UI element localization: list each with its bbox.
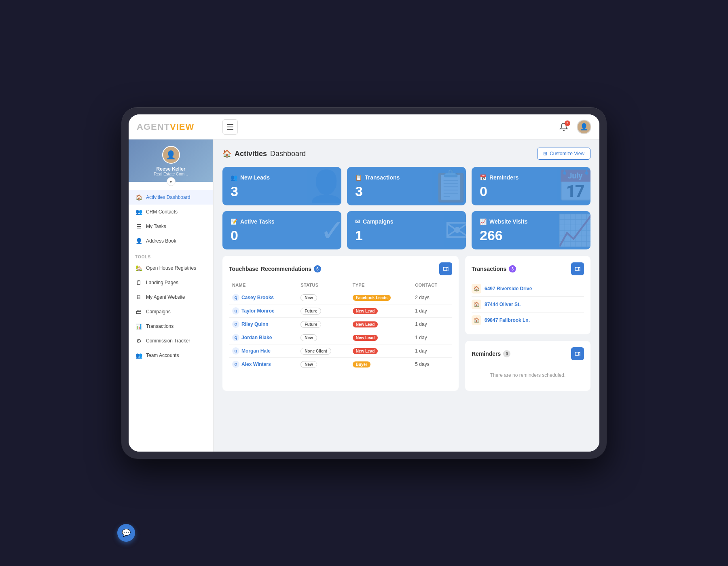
sidebar-item-campaigns[interactable]: 🗃 Campaigns <box>129 304 213 319</box>
notification-button[interactable]: 9 <box>557 120 571 134</box>
contact-time-cell: 1 day <box>412 331 452 344</box>
stat-card-header: ✉ Campaigns <box>355 218 458 225</box>
table-row: Q Jordan Blake New New Lead 1 day <box>229 331 452 344</box>
device-frame: AGENT VIEW 9 👤 <box>121 107 607 459</box>
svg-rect-4 <box>575 352 579 355</box>
stat-label: Reminders <box>489 174 518 181</box>
open-house-icon: 🏡 <box>135 264 142 272</box>
sidebar-item-label: Open House Registries <box>146 265 196 271</box>
transactions-header: Transactions 3 <box>472 262 584 275</box>
stat-bg-icon: 📅 <box>557 169 590 204</box>
page-title-bold: Activities <box>235 150 267 158</box>
contact-link[interactable]: Q Jordan Blake <box>232 334 294 341</box>
type-badge: New Lead <box>353 335 378 341</box>
contact-time-cell: 1 day <box>412 304 452 318</box>
reminders-view-button[interactable] <box>571 347 584 360</box>
notification-badge: 9 <box>565 120 570 126</box>
logo-agent-text: AGENT <box>137 122 170 132</box>
reminders-title: Reminders <box>472 351 501 357</box>
user-avatar-top[interactable]: 👤 <box>577 120 591 134</box>
stat-card-reminders[interactable]: 📅 Reminders 0 📅 <box>472 167 590 205</box>
svg-marker-1 <box>447 267 448 270</box>
stat-value: 0 <box>231 228 333 242</box>
stat-label: Campaigns <box>363 218 393 225</box>
stat-bg-icon: 📋 <box>432 169 466 204</box>
type-badge: New Lead <box>353 321 378 327</box>
stat-label: Website Visits <box>489 218 527 225</box>
type-cell: New Lead <box>349 318 412 331</box>
sidebar-item-open-house[interactable]: 🏡 Open House Registries <box>129 261 213 275</box>
page-title-light: Dashboard <box>270 150 306 158</box>
contact-link[interactable]: Q Riley Quinn <box>232 321 294 328</box>
transaction-item[interactable]: 🏠 69847 Fallbrook Ln. <box>472 312 584 328</box>
sidebar-item-agent-website[interactable]: 🖥 My Agent Website <box>129 290 213 304</box>
customize-label: Customize View <box>550 151 584 156</box>
transaction-address: 69847 Fallbrook Ln. <box>485 317 530 323</box>
contact-link[interactable]: Q Morgan Hale <box>232 347 294 355</box>
transaction-item[interactable]: 🏠 87444 Oliver St. <box>472 296 584 312</box>
touchbase-panel: Touchbase Recommendations 6 <box>222 256 459 391</box>
stat-card-website-visits[interactable]: 📈 Website Visits 266 📈 <box>472 211 590 249</box>
sidebar-item-label: My Agent Website <box>146 294 185 300</box>
stat-card-transactions[interactable]: 📋 Transactions 3 📋 <box>347 167 466 205</box>
customize-view-button[interactable]: ⊞ Customize View <box>537 148 590 160</box>
contact-q-icon: Q <box>232 294 239 301</box>
transactions-list: 🏠 6497 Riverside Drive 🏠 87444 Oliver St… <box>472 281 584 328</box>
contact-time-cell: 5 days <box>412 358 452 371</box>
status-cell: New <box>297 331 349 344</box>
top-bar: AGENT VIEW 9 👤 <box>129 114 599 139</box>
stat-card-new-leads[interactable]: 👥 New Leads 3 👤 <box>222 167 341 205</box>
expand-button[interactable]: ▼ <box>167 177 176 186</box>
svg-rect-0 <box>443 267 447 270</box>
sidebar-item-label: CRM Contacts <box>146 209 178 215</box>
sidebar-item-my-tasks[interactable]: ☰ My Tasks <box>129 219 213 234</box>
status-badge: None Client <box>301 348 331 355</box>
table-row: Q Riley Quinn Future New Lead 1 day <box>229 318 452 331</box>
contact-link[interactable]: Q Alex Winters <box>232 361 294 368</box>
sidebar-item-landing-pages[interactable]: 🗒 Landing Pages <box>129 275 213 290</box>
stat-bg-icon: 👤 <box>307 169 341 204</box>
status-badge: Future <box>301 321 321 328</box>
transactions-view-button[interactable] <box>571 262 584 275</box>
table-row: Q Casey Brooks New Facebook Leads 2 days <box>229 291 452 304</box>
type-cell: Facebook Leads <box>349 291 412 304</box>
table-row: Q Taylor Monroe Future New Lead 1 day <box>229 304 452 318</box>
transaction-icon: 🏠 <box>472 300 481 309</box>
hamburger-button[interactable] <box>222 119 238 135</box>
transactions-title-area: Transactions 3 <box>472 265 516 272</box>
stat-card-campaigns[interactable]: ✉ Campaigns 1 ✉ <box>347 211 466 249</box>
stats-grid: 👥 New Leads 3 👤 📋 Transactions 3 📋 <box>222 167 590 249</box>
chat-fab-button[interactable]: 💬 <box>117 524 135 542</box>
status-cell: New <box>297 358 349 371</box>
reminders-header: Reminders 0 <box>472 347 584 360</box>
sidebar-item-crm-contacts[interactable]: 👥 CRM Contacts <box>129 205 213 219</box>
status-badge: New <box>301 334 317 341</box>
transactions-title: Transactions <box>472 266 506 272</box>
type-badge: New Lead <box>353 348 378 354</box>
contact-time-cell: 1 day <box>412 344 452 358</box>
contact-link[interactable]: Q Casey Brooks <box>232 294 294 301</box>
user-banner: 👤 Reese Keller Real Estate Com... ▼ <box>129 139 213 182</box>
type-badge: New Lead <box>353 308 378 314</box>
stat-value: 1 <box>355 228 458 242</box>
touchbase-view-button[interactable] <box>439 262 452 275</box>
sidebar-item-label: Commission Tracker <box>146 338 190 344</box>
sidebar-item-commission-tracker[interactable]: ⚙ Commission Tracker <box>129 334 213 348</box>
contact-time-cell: 2 days <box>412 291 452 304</box>
bottom-grid: Touchbase Recommendations 6 <box>222 256 590 391</box>
status-cell: Future <box>297 304 349 318</box>
video-icon <box>575 351 580 357</box>
table-row: Q Morgan Hale None Client New Lead 1 day <box>229 344 452 358</box>
contact-link[interactable]: Q Taylor Monroe <box>232 307 294 315</box>
sidebar-item-transactions[interactable]: 📊 Transactions <box>129 319 213 334</box>
sidebar-item-address-book[interactable]: 👤 Address Book <box>129 234 213 248</box>
stat-card-active-tasks[interactable]: 📝 Active Tasks 0 ✓ <box>222 211 341 249</box>
sidebar-item-activities-dashboard[interactable]: 🏠 Activities Dashboard <box>129 190 213 205</box>
reminders-title-area: Reminders 0 <box>472 350 510 357</box>
status-cell: New <box>297 291 349 304</box>
sidebar-item-team-accounts[interactable]: 👥 Team Accounts <box>129 348 213 363</box>
transaction-item[interactable]: 🏠 6497 Riverside Drive <box>472 281 584 296</box>
hamburger-line <box>227 124 233 125</box>
type-badge: Buyer <box>353 361 370 367</box>
transaction-icon: 🏠 <box>472 315 481 325</box>
